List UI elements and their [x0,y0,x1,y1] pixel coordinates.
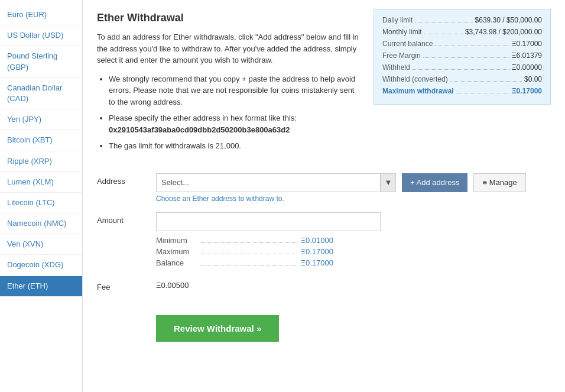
sidebar-item-xrp[interactable]: Ripple (XRP) [0,151,82,172]
free-margin-value: Ξ6.01379 [512,51,542,60]
monthly-limit-dots [424,27,463,34]
monthly-limit-label: Monthly limit [382,28,422,36]
withheld-converted-label: Withheld (converted) [382,75,448,83]
bullet-list: We strongly recommend that you copy + pa… [109,73,392,152]
balance-value: Ξ0.17000 [301,258,333,267]
sidebar-item-xdg[interactable]: Dogecoin (XDG) [0,255,82,276]
amount-label: Amount [97,212,156,225]
max-withdrawal-row: Maximum withdrawal Ξ0.17000 [382,86,542,95]
minimum-row: Minimum Ξ0.01000 [156,236,333,245]
withheld-label: Withheld [382,63,410,72]
current-balance-dots [435,39,509,46]
address-hint: Choose an Ether address to withdraw to. [156,195,551,203]
sidebar-item-jpy[interactable]: Yen (JPY) [0,109,82,130]
withheld-converted-dots [450,74,522,82]
bullet-2: Please specify the ether address in hex … [109,112,392,135]
minimum-value: Ξ0.01000 [301,236,333,245]
sidebar-item-usd[interactable]: US Dollar (USD) [0,25,82,46]
amount-info: Minimum Ξ0.01000 Maximum Ξ0.17000 Balanc… [156,236,551,267]
minimum-dots [200,236,298,243]
withheld-value: Ξ0.00000 [512,63,542,72]
sidebar-item-cad[interactable]: Canadian Dollar (CAD) [0,78,82,109]
withheld-converted-value: $0.00 [524,75,542,83]
sidebar-item-xlm[interactable]: Lumen (XLM) [0,172,82,193]
maximum-value: Ξ0.17000 [301,247,333,256]
balance-dots [200,258,298,265]
sidebar-item-eur[interactable]: Euro (EUR) [0,5,82,25]
review-withdrawal-button[interactable]: Review Withdrawal » [156,315,279,342]
fee-label: Fee [97,279,156,291]
main-content: Daily limit $639.30 / $50,000.00 Monthly… [83,0,565,392]
address-select[interactable]: Select... [156,173,381,192]
amount-row: Amount Minimum Ξ0.01000 Maximum Ξ0.17000 [97,212,551,270]
withheld-converted-row: Withheld (converted) $0.00 [382,74,542,83]
sidebar-item-eth[interactable]: Ether (ETH) [0,276,82,297]
current-balance-row: Current balance Ξ0.17000 [382,39,542,48]
balance-row: Balance Ξ0.17000 [156,258,333,267]
monthly-limit-value: $3,743.98 / $200,000.00 [465,28,542,36]
withheld-row: Withheld Ξ0.00000 [382,63,542,72]
maximum-dots [200,247,298,254]
select-arrow-icon[interactable]: ▼ [381,173,396,192]
minimum-label: Minimum [156,236,197,245]
amount-input[interactable] [156,212,381,231]
intro-text: To add an address for Ether withdrawals,… [97,31,381,66]
bullet-1: We strongly recommend that you copy + pa… [109,73,392,108]
free-margin-dots [423,51,509,58]
fee-row: Fee Ξ0.00500 [97,279,551,291]
sidebar: Euro (EUR)US Dollar (USD)Pound Sterling … [0,0,83,392]
address-select-wrapper: Select... ▼ + Add address ≡ Manage [156,173,551,192]
daily-limit-value: $639.30 / $50,000.00 [475,16,542,24]
bullet-3: The gas limit for withdrawals is 21,000. [109,140,392,152]
current-balance-label: Current balance [382,40,433,48]
daily-limit-label: Daily limit [382,16,413,24]
address-row: Address Select... ▼ + Add address ≡ Mana… [97,173,551,203]
free-margin-label: Free Margin [382,51,421,60]
hex-address: 0x2910543af39aba0cd09dbb2d50200b3e800a63… [109,125,290,134]
add-address-button[interactable]: + Add address [402,173,467,192]
monthly-limit-row: Monthly limit $3,743.98 / $200,000.00 [382,27,542,36]
sidebar-item-nmc[interactable]: Namecoin (NMC) [0,213,82,234]
maximum-label: Maximum [156,247,197,256]
info-box: Daily limit $639.30 / $50,000.00 Monthly… [374,9,551,105]
sidebar-item-ltc[interactable]: Litecoin (LTC) [0,193,82,213]
daily-limit-row: Daily limit $639.30 / $50,000.00 [382,15,542,24]
max-withdrawal-label: Maximum withdrawal [382,87,454,95]
sidebar-item-xbt[interactable]: Bitcoin (XBT) [0,130,82,151]
address-controls: Select... ▼ + Add address ≡ Manage Choos… [156,173,551,203]
max-withdrawal-dots [456,86,509,93]
sidebar-item-xvn[interactable]: Ven (XVN) [0,234,82,255]
withheld-dots [413,63,509,70]
maximum-row: Maximum Ξ0.17000 [156,247,333,256]
withdrawal-form: Address Select... ▼ + Add address ≡ Mana… [97,173,551,342]
amount-controls: Minimum Ξ0.01000 Maximum Ξ0.17000 Balanc… [156,212,551,270]
free-margin-row: Free Margin Ξ6.01379 [382,51,542,60]
sidebar-item-gbp[interactable]: Pound Sterling (GBP) [0,46,82,77]
manage-button[interactable]: ≡ Manage [473,173,525,192]
current-balance-value: Ξ0.17000 [512,40,542,48]
fee-value: Ξ0.00500 [156,281,189,290]
balance-label: Balance [156,258,197,267]
max-withdrawal-value: Ξ0.17000 [512,87,542,95]
address-label: Address [97,173,156,186]
daily-limit-dots [415,15,472,22]
